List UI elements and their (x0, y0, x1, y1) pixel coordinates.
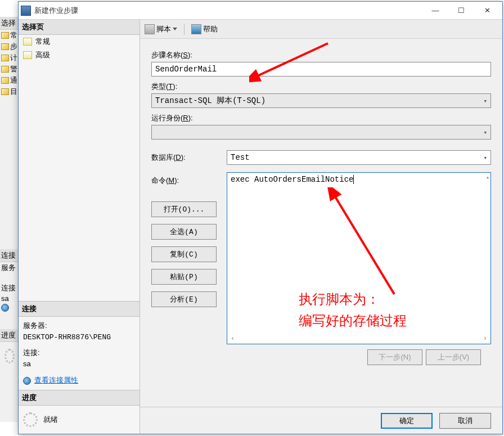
status-ready: 就绪 (43, 415, 58, 425)
script-dropdown[interactable]: 脚本 (145, 24, 177, 34)
app-icon (21, 6, 31, 16)
prev-step-button[interactable]: 上一步(V) (426, 349, 481, 365)
page-icon (23, 38, 32, 46)
page-icon (1, 88, 9, 95)
help-button[interactable]: 帮助 (191, 24, 218, 34)
server-label: 服务器: (23, 320, 135, 332)
page-icon (1, 55, 9, 61)
script-label: 脚本 (156, 24, 171, 34)
network-icon (1, 304, 9, 312)
nav-general-label: 常规 (35, 37, 50, 47)
bg-select-header: 选择 (0, 17, 19, 30)
type-combo[interactable]: Transact-SQL 脚本(T-SQL) ▾ (151, 93, 491, 108)
help-label: 帮助 (203, 24, 218, 34)
analyze-button[interactable]: 分析(E) (151, 291, 217, 307)
type-value: Transact-SQL 脚本(T-SQL) (155, 96, 266, 106)
spinner-icon (4, 349, 15, 363)
connection-header: 连接 (19, 302, 140, 317)
cancel-button[interactable]: 取消 (439, 413, 491, 429)
next-step-button[interactable]: 下一步(N) (367, 349, 422, 365)
connection-label: 连接: (23, 347, 135, 359)
view-connection-properties-link[interactable]: 查看连接属性 (34, 375, 78, 386)
connection-value: sa (23, 358, 135, 370)
page-icon (1, 77, 9, 84)
page-icon (1, 32, 9, 39)
page-icon (1, 66, 9, 73)
dialog-footer: 确定 取消 (140, 407, 502, 434)
server-value: DESKTOP-RHR8876\PENG (23, 332, 135, 344)
nav-general[interactable]: 常规 (19, 35, 140, 48)
nav-advanced[interactable]: 高级 (19, 48, 140, 62)
step-name-input[interactable] (151, 62, 491, 77)
select-page-header: 选择页 (19, 20, 140, 35)
scroll-right-icon[interactable]: › (483, 335, 487, 343)
nav-advanced-label: 高级 (35, 50, 50, 60)
network-icon (23, 377, 31, 385)
minimize-button[interactable]: — (422, 2, 448, 19)
scroll-left-icon[interactable]: ‹ (231, 335, 235, 343)
command-editor[interactable]: exec AutoOrdersEmailNotice ▴ ‹ › (227, 172, 491, 344)
chevron-down-icon: ▾ (483, 154, 487, 161)
close-button[interactable]: ✕ (474, 2, 500, 19)
toolbar: 脚本 帮助 (140, 20, 502, 39)
select-all-button[interactable]: 全选(A) (151, 224, 217, 240)
database-label: 数据库(D): (151, 152, 217, 163)
script-icon (145, 24, 155, 34)
titlebar: 新建作业步骤 — ☐ ✕ (19, 2, 502, 20)
spinner-icon (23, 412, 38, 427)
help-icon (191, 24, 201, 34)
left-panel: 选择页 常规 高级 连接 服务器: DESKTOP-RHR8876\PENG 连… (19, 20, 140, 434)
command-label: 命令(M): (151, 176, 217, 186)
runas-label: 运行身份(R): (151, 113, 491, 123)
ok-button[interactable]: 确定 (381, 413, 433, 429)
window-title: 新建作业步骤 (34, 6, 422, 16)
runas-combo[interactable]: ▾ (151, 125, 491, 140)
bg-conn-header: 连接 (0, 249, 19, 262)
command-text: exec AutoOrdersEmailNotice (231, 175, 353, 184)
chevron-down-icon (173, 28, 177, 30)
step-name-label: 步骤名称(S): (151, 50, 491, 60)
new-job-step-dialog: 新建作业步骤 — ☐ ✕ 选择页 常规 高级 连接 服务器: DESKTOP- (18, 1, 503, 434)
main-panel: 脚本 帮助 步骤名称(S): 类型(T): (140, 20, 502, 434)
open-button[interactable]: 打开(O)... (151, 201, 217, 217)
bg-prog-header: 进度 (0, 329, 19, 342)
background-window: 选择 常 步 计 警 通 目 连接 服务 连接 sa 进度 (0, 17, 20, 422)
database-value: Test (231, 153, 250, 162)
chevron-down-icon: ▾ (483, 97, 487, 105)
toolbar-separator (184, 24, 184, 35)
maximize-button[interactable]: ☐ (448, 2, 474, 19)
progress-header: 进度 (19, 390, 140, 406)
database-combo[interactable]: Test ▾ (227, 150, 491, 165)
scroll-up-icon[interactable]: ▴ (486, 174, 489, 181)
page-icon (1, 43, 9, 50)
chevron-down-icon: ▾ (483, 129, 487, 136)
copy-button[interactable]: 复制(C) (151, 246, 217, 262)
page-icon (23, 51, 32, 59)
paste-button[interactable]: 粘贴(P) (151, 269, 217, 285)
type-label: 类型(T): (151, 82, 491, 92)
